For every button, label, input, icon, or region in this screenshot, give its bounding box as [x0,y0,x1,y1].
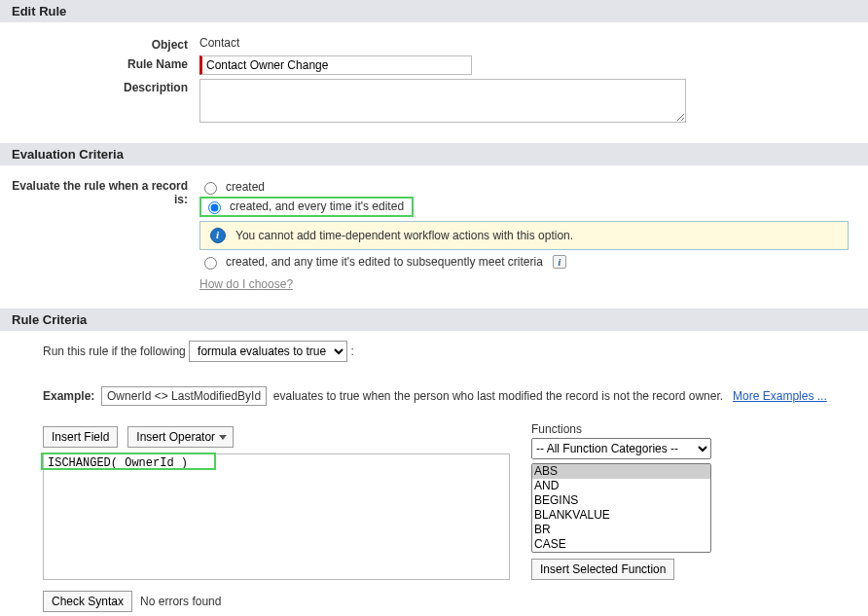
evaluate-label: Evaluate the rule when a record is: [0,177,199,291]
description-textarea[interactable] [199,79,686,123]
insert-field-button[interactable]: Insert Field [43,426,118,448]
edit-rule-header: Edit Rule [0,0,868,22]
function-list[interactable]: ABS AND BEGINS BLANKVALUE BR CASE [531,463,711,553]
run-rule-text: Run this rule if the following [43,344,186,358]
example-label: Example: [43,389,94,403]
info-banner: You cannot add time-dependent workflow a… [199,221,849,250]
example-box: OwnerId <> LastModifiedById [101,386,267,406]
function-category-select[interactable]: -- All Function Categories -- [531,438,711,459]
functions-label: Functions [531,422,856,436]
syntax-message: No errors found [140,595,221,608]
rule-name-label: Rule Name [0,55,199,75]
check-syntax-button[interactable]: Check Syntax [43,591,132,612]
info-banner-text: You cannot add time-dependent workflow a… [235,229,573,242]
description-label: Description [0,79,199,126]
object-label: Object [0,36,199,52]
rule-name-input[interactable] [199,55,472,75]
radio-created-label: created [226,180,265,194]
insert-operator-button[interactable]: Insert Operator [127,426,234,448]
example-tail: evaluates to true when the person who la… [273,389,723,403]
radio-created[interactable] [204,182,217,195]
radio-created-meet[interactable] [204,257,217,270]
run-rule-colon: : [350,344,353,358]
radio-created-edited[interactable] [208,201,221,214]
radio-created-meet-label: created, and any time it's edited to sub… [226,255,543,269]
how-choose-link[interactable]: How do I choose? [199,277,293,291]
insert-selected-function-button[interactable]: Insert Selected Function [531,559,674,580]
info-icon [210,228,226,243]
more-examples-link[interactable]: More Examples ... [733,389,827,403]
radio-created-edited-label: created, and every time it's edited [230,199,404,213]
help-icon[interactable]: i [553,255,566,269]
evaluation-header: Evaluation Criteria [0,143,868,165]
formula-textarea[interactable]: ISCHANGED( OwnerId ) [43,453,510,580]
criteria-header: Rule Criteria [0,308,868,331]
run-rule-select[interactable]: formula evaluates to true [189,341,347,362]
object-value: Contact [199,36,868,52]
